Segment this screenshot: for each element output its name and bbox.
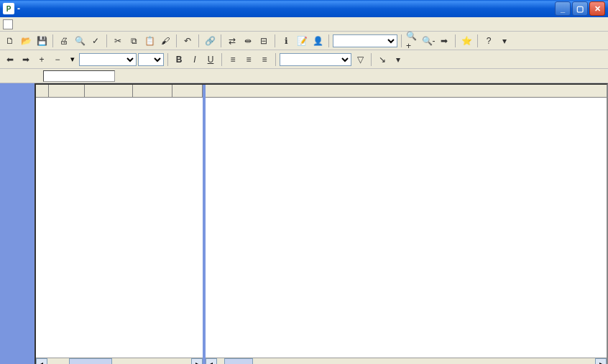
- paste-button[interactable]: 📋: [142, 34, 157, 48]
- spelling-button[interactable]: ✓: [88, 34, 103, 48]
- table-hscroll[interactable]: ◂ ▸: [36, 358, 203, 364]
- print-preview-button[interactable]: 🔍: [73, 34, 87, 48]
- rownum-header[interactable]: [36, 85, 49, 97]
- gantt-scroll-right-button[interactable]: ▸: [595, 358, 607, 364]
- gantt-pane: ◂ ▸: [206, 85, 607, 364]
- assign-button[interactable]: 👤: [310, 34, 325, 48]
- undo-button[interactable]: ↶: [180, 34, 195, 48]
- gantt-body[interactable]: [206, 98, 607, 358]
- entry-field[interactable]: [43, 70, 115, 82]
- scroll-thumb[interactable]: [69, 358, 112, 364]
- link-tasks-button[interactable]: ⇄: [225, 34, 239, 48]
- font-size-combo[interactable]: [138, 53, 164, 66]
- save-button[interactable]: 💾: [34, 34, 49, 48]
- show-subtasks-button[interactable]: +: [34, 52, 49, 67]
- goto-task-button[interactable]: ➡: [437, 34, 451, 48]
- col-fixed-cost[interactable]: [49, 85, 85, 97]
- help-button[interactable]: ?: [482, 34, 496, 48]
- italic-button[interactable]: I: [188, 52, 202, 67]
- format-painter-button[interactable]: 🖌: [158, 34, 172, 48]
- info-button[interactable]: ℹ: [279, 34, 293, 48]
- table-body[interactable]: [36, 98, 203, 358]
- timescale-header[interactable]: [206, 85, 607, 98]
- gantt-hscroll[interactable]: ◂ ▸: [206, 358, 607, 364]
- col-baseline[interactable]: [172, 85, 203, 97]
- view-bar: [0, 83, 34, 364]
- align-right-button[interactable]: ≡: [257, 52, 272, 67]
- scroll-right-button[interactable]: ▸: [191, 358, 203, 364]
- scroll-left-button[interactable]: ◂: [36, 358, 47, 364]
- col-total-cost[interactable]: [133, 85, 172, 97]
- wizard-button[interactable]: ⭐: [459, 34, 474, 48]
- outdent-button[interactable]: ⬅: [3, 52, 17, 67]
- split-task-button[interactable]: ⊟: [257, 34, 271, 48]
- doc-icon: [3, 19, 13, 29]
- window-title: -: [17, 4, 555, 14]
- menu-bar: [0, 17, 608, 32]
- print-button[interactable]: 🖨: [57, 34, 71, 48]
- hide-subtasks-button[interactable]: −: [50, 52, 65, 67]
- new-button[interactable]: 🗋: [3, 34, 17, 48]
- standard-toolbar: 🗋 📂 💾 🖨 🔍 ✓ ✂ ⧉ 📋 🖌 ↶ 🔗 ⇄ ⇹ ⊟ ℹ 📝 👤 🔍+ 🔍…: [0, 32, 608, 50]
- zoom-in-button[interactable]: 🔍+: [405, 34, 420, 48]
- goto-button[interactable]: ↘: [375, 52, 390, 67]
- close-button[interactable]: ✕: [589, 1, 605, 16]
- group-combo[interactable]: [333, 34, 397, 47]
- gantt-scroll-left-button[interactable]: ◂: [206, 358, 217, 364]
- align-left-button[interactable]: ≡: [226, 52, 240, 67]
- toolbar-options-button[interactable]: ▾: [497, 34, 512, 48]
- toolbar2-options-button[interactable]: ▾: [391, 52, 405, 67]
- col-accrual[interactable]: [85, 85, 134, 97]
- minimize-button[interactable]: _: [555, 1, 571, 16]
- workspace: ◂ ▸ ◂ ▸: [0, 83, 608, 364]
- column-headers: [36, 85, 203, 98]
- entry-bar: [0, 69, 608, 83]
- filter-combo[interactable]: [280, 53, 351, 66]
- autofilter-button[interactable]: ▽: [353, 52, 367, 67]
- app-icon: P: [3, 3, 14, 14]
- notes-button[interactable]: 📝: [295, 34, 309, 48]
- cut-button[interactable]: ✂: [111, 34, 125, 48]
- main-area: ◂ ▸ ◂ ▸: [34, 83, 608, 364]
- bold-button[interactable]: B: [172, 52, 186, 67]
- show-menu[interactable]: ▾: [66, 55, 78, 64]
- align-center-button[interactable]: ≡: [241, 52, 256, 67]
- copy-button[interactable]: ⧉: [126, 34, 141, 48]
- indent-button[interactable]: ➡: [19, 52, 33, 67]
- maximize-button[interactable]: ▢: [572, 1, 588, 16]
- formatting-toolbar: ⬅ ➡ + − ▾ B I U ≡ ≡ ≡ ▽ ↘ ▾: [0, 50, 608, 69]
- underline-button[interactable]: U: [203, 52, 218, 67]
- link-button[interactable]: 🔗: [203, 34, 217, 48]
- table-pane: ◂ ▸: [36, 85, 206, 364]
- open-button[interactable]: 📂: [19, 34, 33, 48]
- font-combo[interactable]: [79, 53, 137, 66]
- unlink-tasks-button[interactable]: ⇹: [241, 34, 255, 48]
- gantt-scroll-thumb[interactable]: [224, 358, 253, 364]
- title-bar: P - _ ▢ ✕: [0, 0, 608, 17]
- zoom-out-button[interactable]: 🔍-: [421, 34, 436, 48]
